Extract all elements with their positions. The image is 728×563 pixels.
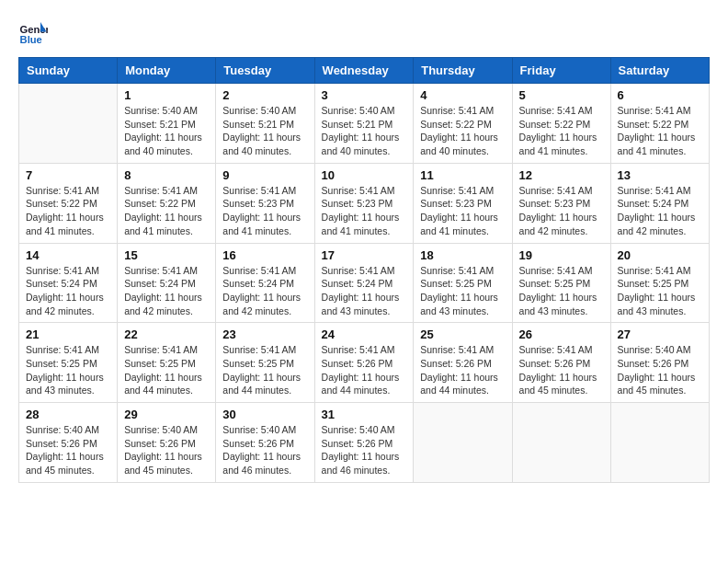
calendar-cell: 25Sunrise: 5:41 AM Sunset: 5:26 PM Dayli…: [414, 323, 512, 403]
week-row: 14Sunrise: 5:41 AM Sunset: 5:24 PM Dayli…: [19, 243, 710, 323]
weekday-header: Saturday: [610, 58, 709, 84]
calendar-cell: 4Sunrise: 5:41 AM Sunset: 5:22 PM Daylig…: [414, 84, 512, 164]
calendar-cell: 31Sunrise: 5:40 AM Sunset: 5:26 PM Dayli…: [314, 403, 414, 483]
logo-icon: General Blue: [18, 18, 48, 48]
logo: General Blue: [18, 18, 51, 48]
day-info: Sunrise: 5:41 AM Sunset: 5:25 PM Dayligh…: [222, 343, 307, 397]
calendar-cell: 29Sunrise: 5:40 AM Sunset: 5:26 PM Dayli…: [118, 403, 216, 483]
weekday-header-row: SundayMondayTuesdayWednesdayThursdayFrid…: [19, 58, 710, 84]
day-number: 4: [420, 88, 505, 102]
calendar-cell: 18Sunrise: 5:41 AM Sunset: 5:25 PM Dayli…: [414, 243, 512, 323]
day-number: 21: [26, 327, 110, 341]
day-number: 22: [124, 327, 209, 341]
day-info: Sunrise: 5:40 AM Sunset: 5:26 PM Dayligh…: [26, 423, 110, 477]
day-info: Sunrise: 5:41 AM Sunset: 5:24 PM Dayligh…: [322, 264, 407, 318]
calendar-cell: 19Sunrise: 5:41 AM Sunset: 5:25 PM Dayli…: [512, 243, 610, 323]
day-info: Sunrise: 5:41 AM Sunset: 5:22 PM Dayligh…: [519, 104, 604, 158]
day-info: Sunrise: 5:41 AM Sunset: 5:24 PM Dayligh…: [618, 184, 702, 238]
calendar-cell: 15Sunrise: 5:41 AM Sunset: 5:24 PM Dayli…: [118, 243, 216, 323]
calendar-cell: [610, 403, 709, 483]
day-number: 9: [222, 168, 307, 182]
calendar-table: SundayMondayTuesdayWednesdayThursdayFrid…: [18, 57, 710, 483]
day-number: 8: [124, 168, 209, 182]
calendar-cell: 27Sunrise: 5:40 AM Sunset: 5:26 PM Dayli…: [610, 323, 709, 403]
day-info: Sunrise: 5:41 AM Sunset: 5:23 PM Dayligh…: [322, 184, 407, 238]
day-info: Sunrise: 5:41 AM Sunset: 5:24 PM Dayligh…: [124, 264, 209, 318]
day-number: 18: [420, 248, 505, 262]
day-info: Sunrise: 5:41 AM Sunset: 5:24 PM Dayligh…: [222, 264, 307, 318]
day-number: 24: [322, 327, 407, 341]
day-number: 29: [124, 408, 209, 421]
day-info: Sunrise: 5:41 AM Sunset: 5:23 PM Dayligh…: [420, 184, 505, 238]
day-number: 28: [26, 408, 110, 421]
day-info: Sunrise: 5:40 AM Sunset: 5:21 PM Dayligh…: [124, 104, 209, 158]
calendar-cell: 20Sunrise: 5:41 AM Sunset: 5:25 PM Dayli…: [610, 243, 709, 323]
calendar-cell: 22Sunrise: 5:41 AM Sunset: 5:25 PM Dayli…: [118, 323, 216, 403]
day-info: Sunrise: 5:40 AM Sunset: 5:26 PM Dayligh…: [124, 423, 209, 477]
calendar-cell: 7Sunrise: 5:41 AM Sunset: 5:22 PM Daylig…: [19, 163, 118, 243]
calendar-cell: 13Sunrise: 5:41 AM Sunset: 5:24 PM Dayli…: [610, 163, 709, 243]
day-info: Sunrise: 5:41 AM Sunset: 5:25 PM Dayligh…: [618, 264, 702, 318]
week-row: 7Sunrise: 5:41 AM Sunset: 5:22 PM Daylig…: [19, 163, 710, 243]
day-info: Sunrise: 5:40 AM Sunset: 5:21 PM Dayligh…: [222, 104, 307, 158]
day-number: 6: [618, 88, 702, 102]
day-info: Sunrise: 5:41 AM Sunset: 5:25 PM Dayligh…: [26, 343, 110, 397]
day-number: 16: [222, 248, 307, 262]
day-info: Sunrise: 5:41 AM Sunset: 5:22 PM Dayligh…: [618, 104, 702, 158]
day-info: Sunrise: 5:41 AM Sunset: 5:23 PM Dayligh…: [519, 184, 604, 238]
day-number: 11: [420, 168, 505, 182]
calendar-cell: [19, 84, 118, 164]
calendar-cell: 3Sunrise: 5:40 AM Sunset: 5:21 PM Daylig…: [314, 84, 414, 164]
calendar-cell: 30Sunrise: 5:40 AM Sunset: 5:26 PM Dayli…: [216, 403, 314, 483]
day-info: Sunrise: 5:40 AM Sunset: 5:26 PM Dayligh…: [618, 343, 702, 397]
day-number: 15: [124, 248, 209, 262]
day-info: Sunrise: 5:41 AM Sunset: 5:22 PM Dayligh…: [420, 104, 505, 158]
calendar-cell: [414, 403, 512, 483]
day-info: Sunrise: 5:41 AM Sunset: 5:23 PM Dayligh…: [222, 184, 307, 238]
day-number: 14: [26, 248, 110, 262]
calendar-cell: 17Sunrise: 5:41 AM Sunset: 5:24 PM Dayli…: [314, 243, 414, 323]
day-info: Sunrise: 5:41 AM Sunset: 5:26 PM Dayligh…: [420, 343, 505, 397]
calendar-cell: 1Sunrise: 5:40 AM Sunset: 5:21 PM Daylig…: [118, 84, 216, 164]
calendar-cell: 28Sunrise: 5:40 AM Sunset: 5:26 PM Dayli…: [19, 403, 118, 483]
calendar-cell: 8Sunrise: 5:41 AM Sunset: 5:22 PM Daylig…: [118, 163, 216, 243]
svg-text:Blue: Blue: [20, 34, 42, 45]
day-info: Sunrise: 5:40 AM Sunset: 5:26 PM Dayligh…: [322, 423, 407, 477]
day-number: 1: [124, 88, 209, 102]
day-info: Sunrise: 5:40 AM Sunset: 5:26 PM Dayligh…: [222, 423, 307, 477]
day-number: 19: [519, 248, 604, 262]
day-info: Sunrise: 5:41 AM Sunset: 5:22 PM Dayligh…: [124, 184, 209, 238]
day-number: 23: [222, 327, 307, 341]
calendar-cell: [512, 403, 610, 483]
day-number: 5: [519, 88, 604, 102]
day-number: 17: [322, 248, 407, 262]
day-info: Sunrise: 5:41 AM Sunset: 5:26 PM Dayligh…: [519, 343, 604, 397]
day-number: 20: [618, 248, 702, 262]
weekday-header: Thursday: [414, 58, 512, 84]
day-info: Sunrise: 5:41 AM Sunset: 5:25 PM Dayligh…: [124, 343, 209, 397]
calendar-cell: 11Sunrise: 5:41 AM Sunset: 5:23 PM Dayli…: [414, 163, 512, 243]
day-info: Sunrise: 5:41 AM Sunset: 5:25 PM Dayligh…: [519, 264, 604, 318]
week-row: 28Sunrise: 5:40 AM Sunset: 5:26 PM Dayli…: [19, 403, 710, 483]
calendar-cell: 9Sunrise: 5:41 AM Sunset: 5:23 PM Daylig…: [216, 163, 314, 243]
day-info: Sunrise: 5:41 AM Sunset: 5:26 PM Dayligh…: [322, 343, 407, 397]
calendar-cell: 21Sunrise: 5:41 AM Sunset: 5:25 PM Dayli…: [19, 323, 118, 403]
week-row: 21Sunrise: 5:41 AM Sunset: 5:25 PM Dayli…: [19, 323, 710, 403]
calendar-cell: 24Sunrise: 5:41 AM Sunset: 5:26 PM Dayli…: [314, 323, 414, 403]
calendar-cell: 5Sunrise: 5:41 AM Sunset: 5:22 PM Daylig…: [512, 84, 610, 164]
day-number: 12: [519, 168, 604, 182]
day-number: 7: [26, 168, 110, 182]
day-info: Sunrise: 5:41 AM Sunset: 5:24 PM Dayligh…: [26, 264, 110, 318]
calendar-cell: 26Sunrise: 5:41 AM Sunset: 5:26 PM Dayli…: [512, 323, 610, 403]
day-number: 26: [519, 327, 604, 341]
calendar-cell: 2Sunrise: 5:40 AM Sunset: 5:21 PM Daylig…: [216, 84, 314, 164]
day-number: 25: [420, 327, 505, 341]
day-number: 30: [222, 408, 307, 421]
weekday-header: Wednesday: [314, 58, 414, 84]
calendar-cell: 6Sunrise: 5:41 AM Sunset: 5:22 PM Daylig…: [610, 84, 709, 164]
calendar-cell: 23Sunrise: 5:41 AM Sunset: 5:25 PM Dayli…: [216, 323, 314, 403]
day-number: 13: [618, 168, 702, 182]
calendar-cell: 14Sunrise: 5:41 AM Sunset: 5:24 PM Dayli…: [19, 243, 118, 323]
calendar-cell: 12Sunrise: 5:41 AM Sunset: 5:23 PM Dayli…: [512, 163, 610, 243]
calendar-cell: 10Sunrise: 5:41 AM Sunset: 5:23 PM Dayli…: [314, 163, 414, 243]
